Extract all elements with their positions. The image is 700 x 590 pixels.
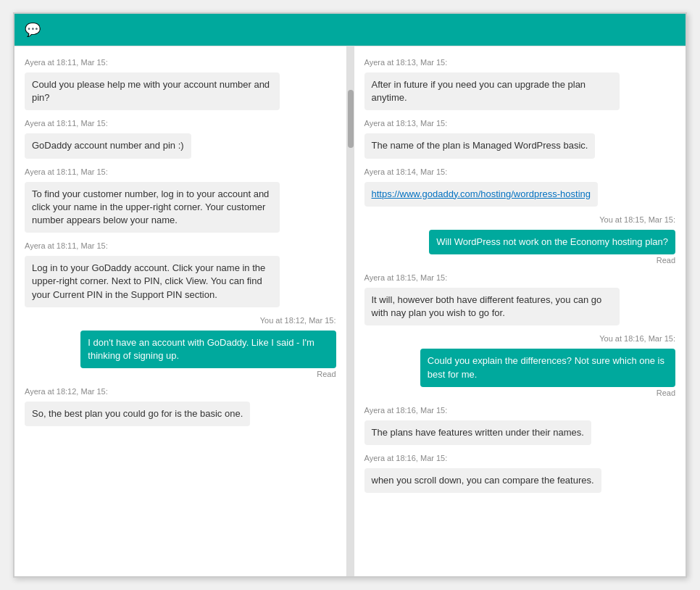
chat-window: 💬 Ayera at 18:11, Mar 15:Could you pleas… bbox=[13, 12, 687, 578]
message-timestamp: You at 18:12, Mar 15: bbox=[25, 316, 336, 325]
scrollbar-thumb bbox=[348, 90, 354, 148]
message-timestamp: You at 18:15, Mar 15: bbox=[364, 215, 676, 224]
message-timestamp: Ayera at 18:11, Mar 15: bbox=[25, 241, 336, 250]
chat-header-left: 💬 bbox=[25, 22, 46, 38]
message-timestamp: Ayera at 18:13, Mar 15: bbox=[364, 58, 676, 67]
agent-message-bubble: https://www.godaddy.com/hosting/wordpres… bbox=[364, 182, 599, 207]
close-button[interactable] bbox=[667, 28, 675, 31]
user-message-bubble: Will WordPress not work on the Economy h… bbox=[429, 230, 675, 254]
user-message-row: Will WordPress not work on the Economy h… bbox=[364, 230, 676, 265]
right-chat-pane[interactable]: Ayera at 18:13, Mar 15:After in future i… bbox=[354, 46, 686, 576]
agent-message-bubble: It will, however both have different fea… bbox=[364, 288, 620, 325]
message-timestamp: Ayera at 18:16, Mar 15: bbox=[364, 454, 676, 462]
read-receipt: Read bbox=[657, 389, 675, 397]
agent-message-bubble: Log in to your GoDaddy account. Click yo… bbox=[25, 256, 280, 307]
message-timestamp: Ayera at 18:11, Mar 15: bbox=[25, 167, 336, 176]
user-message-bubble: Could you explain the differences? Not s… bbox=[420, 349, 675, 386]
agent-message-row: https://www.godaddy.com/hosting/wordpres… bbox=[364, 182, 676, 207]
agent-message-row: Could you please help me with your accou… bbox=[25, 72, 336, 110]
message-timestamp: Ayera at 18:15, Mar 15: bbox=[364, 273, 676, 282]
read-receipt: Read bbox=[657, 256, 675, 265]
user-message-bubble: I don't have an account with GoDaddy. Li… bbox=[80, 331, 336, 368]
header-actions bbox=[649, 28, 675, 31]
user-message-row: Could you explain the differences? Not s… bbox=[364, 349, 676, 396]
agent-message-row: Log in to your GoDaddy account. Click yo… bbox=[25, 256, 336, 307]
scrollbar-area[interactable] bbox=[347, 46, 354, 576]
read-receipt: Read bbox=[317, 370, 336, 378]
agent-message-row: After in future if you need you can upgr… bbox=[364, 72, 676, 110]
minimize-button[interactable] bbox=[649, 28, 658, 31]
message-timestamp: Ayera at 18:11, Mar 15: bbox=[25, 119, 336, 128]
agent-message-row: The name of the plan is Managed WordPres… bbox=[364, 133, 676, 158]
chat-body: Ayera at 18:11, Mar 15:Could you please … bbox=[14, 46, 686, 576]
agent-message-bubble: After in future if you need you can upgr… bbox=[364, 72, 620, 110]
user-message-row: I don't have an account with GoDaddy. Li… bbox=[25, 331, 336, 378]
agent-message-row: GoDaddy account number and pin :) bbox=[25, 133, 336, 158]
agent-message-bubble: So, the best plan you could go for is th… bbox=[25, 402, 250, 426]
agent-message-row: So, the best plan you could go for is th… bbox=[25, 402, 336, 426]
message-timestamp: You at 18:16, Mar 15: bbox=[364, 334, 676, 343]
chat-bubble-icon: 💬 bbox=[25, 22, 41, 38]
agent-message-row: when you scroll down, you can compare th… bbox=[364, 468, 676, 493]
message-timestamp: Ayera at 18:14, Mar 15: bbox=[364, 167, 676, 176]
chat-header: 💬 bbox=[14, 14, 686, 46]
agent-message-bubble: GoDaddy account number and pin :) bbox=[25, 133, 191, 158]
message-timestamp: Ayera at 18:13, Mar 15: bbox=[364, 119, 676, 128]
agent-message-bubble: Could you please help me with your accou… bbox=[25, 72, 280, 110]
agent-message-bubble: The plans have features written under th… bbox=[364, 420, 591, 445]
message-timestamp: Ayera at 18:16, Mar 15: bbox=[364, 406, 676, 415]
message-timestamp: Ayera at 18:12, Mar 15: bbox=[25, 387, 336, 396]
message-link[interactable]: https://www.godaddy.com/hosting/wordpres… bbox=[372, 188, 591, 199]
agent-message-bubble: when you scroll down, you can compare th… bbox=[364, 468, 601, 493]
agent-message-row: To find your customer number, log in to … bbox=[25, 182, 336, 233]
message-timestamp: Ayera at 18:11, Mar 15: bbox=[25, 58, 336, 67]
agent-message-bubble: To find your customer number, log in to … bbox=[25, 182, 280, 233]
agent-message-row: The plans have features written under th… bbox=[364, 420, 676, 445]
agent-message-row: It will, however both have different fea… bbox=[364, 288, 676, 325]
left-chat-pane[interactable]: Ayera at 18:11, Mar 15:Could you please … bbox=[14, 46, 347, 576]
agent-message-bubble: The name of the plan is Managed WordPres… bbox=[364, 133, 596, 158]
